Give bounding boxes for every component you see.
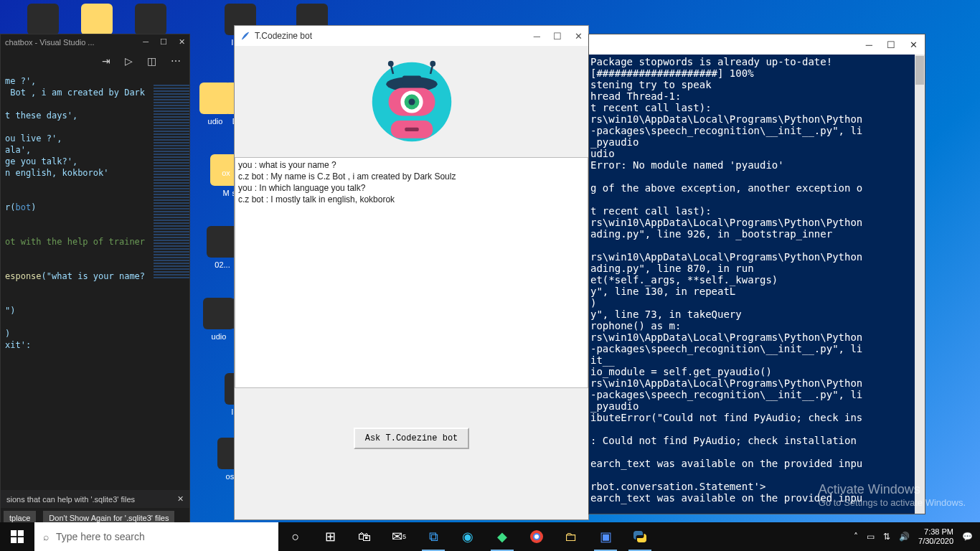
edge-icon[interactable]: ◉ bbox=[451, 522, 485, 551]
search-placeholder: Type here to search bbox=[56, 531, 145, 542]
toast-close-icon[interactable]: ✕ bbox=[177, 494, 184, 504]
svg-point-10 bbox=[408, 98, 415, 105]
taskbar-search[interactable]: ⌕ Type here to search bbox=[34, 522, 278, 551]
chrome-icon[interactable] bbox=[519, 522, 554, 551]
volume-icon[interactable]: 🔊 bbox=[899, 532, 910, 542]
wifi-icon[interactable]: ⇅ bbox=[883, 532, 890, 542]
svg-point-2 bbox=[387, 60, 393, 66]
scrollbar-thumb[interactable] bbox=[915, 56, 924, 85]
desktop-icon[interactable] bbox=[18, 4, 68, 38]
notifications-icon[interactable]: 💬 bbox=[962, 532, 973, 542]
close-icon[interactable]: ✕ bbox=[575, 31, 583, 42]
vscode-toast: sions that can help with '.sqlite3' file… bbox=[1, 490, 189, 508]
close-icon[interactable]: ✕ bbox=[179, 37, 185, 47]
svg-rect-12 bbox=[405, 127, 419, 131]
system-tray[interactable]: ˄ ▭ ⇅ 🔊 7:38 PM 7/30/2020 💬 bbox=[854, 527, 980, 546]
more-icon[interactable]: ⋯ bbox=[171, 55, 181, 67]
svg-rect-15 bbox=[11, 537, 17, 543]
vscode-minimap[interactable] bbox=[154, 85, 189, 278]
tk-feather-icon bbox=[240, 29, 250, 42]
store-icon[interactable]: 🛍 bbox=[347, 522, 382, 551]
console-output[interactable]: Package stopwords is already up-to-date!… bbox=[589, 55, 915, 514]
console-titlebar[interactable]: ─ ☐ ✕ bbox=[589, 34, 925, 55]
ask-bot-button[interactable]: Ask T.Codezine bot bbox=[354, 428, 470, 449]
battery-icon[interactable]: ▭ bbox=[867, 532, 875, 542]
split-icon[interactable]: ◫ bbox=[147, 55, 156, 67]
desktop-icon[interactable] bbox=[126, 4, 176, 38]
bot-titlebar[interactable]: T.Codezine bot ─ ☐ ✕ bbox=[235, 26, 588, 46]
powershell-icon[interactable]: ▣ bbox=[588, 522, 623, 551]
desktop-icon[interactable] bbox=[72, 4, 122, 38]
vscode-title-text: chatbox - Visual Studio ... bbox=[5, 38, 95, 47]
clock-date: 7/30/2020 bbox=[918, 537, 953, 546]
watermark-heading: Activate Windows bbox=[819, 482, 966, 497]
console-window[interactable]: ─ ☐ ✕ Package stopwords is already up-to… bbox=[588, 34, 925, 514]
svg-rect-6 bbox=[402, 75, 421, 84]
svg-rect-13 bbox=[11, 530, 17, 536]
vscode-tab-actions: ⇥ ▷ ◫ ⋯ bbox=[1, 50, 189, 72]
watermark-sub: Go to Settings to activate Windows. bbox=[819, 497, 966, 508]
minimize-icon[interactable]: ─ bbox=[143, 37, 149, 47]
robot-avatar-icon bbox=[365, 55, 458, 149]
tray-chevron-icon[interactable]: ˄ bbox=[854, 532, 858, 542]
close-icon[interactable]: ✕ bbox=[910, 39, 918, 50]
toast-text: sions that can help with '.sqlite3' file… bbox=[6, 495, 135, 504]
windows-logo-icon bbox=[11, 530, 24, 543]
minimize-icon[interactable]: ─ bbox=[866, 39, 872, 50]
vscode-taskbar-icon[interactable]: ⧉ bbox=[416, 522, 451, 551]
task-view-icon[interactable]: ⊞ bbox=[313, 522, 347, 551]
bot-window[interactable]: T.Codezine bot ─ ☐ ✕ you : what is your … bbox=[234, 25, 589, 520]
taskbar-clock[interactable]: 7:38 PM 7/30/2020 bbox=[918, 527, 953, 546]
bot-input-area: Ask T.Codezine bot bbox=[235, 388, 588, 519]
android-studio-icon[interactable]: ◆ bbox=[485, 522, 519, 551]
svg-rect-14 bbox=[18, 530, 24, 536]
cortana-icon[interactable]: ○ bbox=[278, 522, 313, 551]
activate-windows-watermark: Activate Windows Go to Settings to activ… bbox=[819, 482, 966, 508]
taskbar[interactable]: ⌕ Type here to search ○ ⊞ 🛍 ✉5 ⧉ ◉ ◆ 🗀 ▣… bbox=[0, 522, 980, 551]
clock-time: 7:38 PM bbox=[918, 527, 953, 537]
vscode-window[interactable]: chatbox - Visual Studio ... ─ ☐ ✕ ⇥ ▷ ◫ … bbox=[0, 34, 190, 529]
minimize-icon[interactable]: ─ bbox=[534, 31, 540, 42]
bot-title-text: T.Codezine bot bbox=[250, 31, 534, 41]
file-explorer-icon[interactable]: 🗀 bbox=[554, 522, 588, 551]
start-button[interactable] bbox=[0, 522, 34, 551]
open-changes-icon[interactable]: ⇥ bbox=[102, 55, 110, 67]
bot-image-area bbox=[235, 46, 588, 157]
scrollbar[interactable] bbox=[915, 55, 925, 514]
search-icon: ⌕ bbox=[43, 531, 49, 542]
bot-chat-log[interactable]: you : what is your name ?c.z bot : My na… bbox=[235, 157, 588, 388]
vscode-titlebar[interactable]: chatbox - Visual Studio ... ─ ☐ ✕ bbox=[1, 34, 189, 50]
svg-rect-16 bbox=[18, 537, 24, 543]
maximize-icon[interactable]: ☐ bbox=[160, 37, 167, 47]
maximize-icon[interactable]: ☐ bbox=[553, 31, 562, 42]
python-tk-icon[interactable] bbox=[623, 522, 657, 551]
svg-point-19 bbox=[534, 534, 539, 539]
maximize-icon[interactable]: ☐ bbox=[887, 39, 895, 50]
mail-icon[interactable]: ✉5 bbox=[382, 522, 416, 551]
run-icon[interactable]: ▷ bbox=[125, 55, 133, 67]
svg-point-4 bbox=[430, 60, 435, 66]
